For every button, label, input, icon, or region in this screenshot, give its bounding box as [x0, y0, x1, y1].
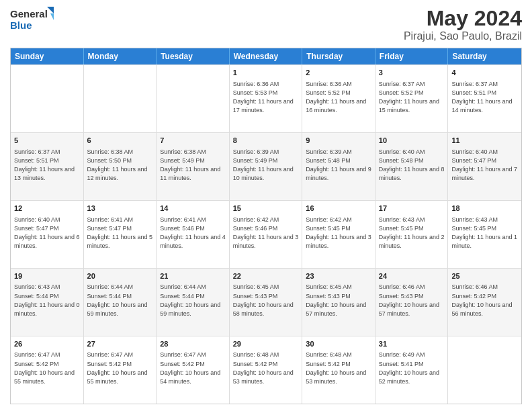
calendar-day-cell: 27Sunrise: 6:47 AM Sunset: 5:42 PM Dayli…	[84, 336, 157, 404]
calendar-day-cell: 11Sunrise: 6:40 AM Sunset: 5:47 PM Dayli…	[448, 133, 521, 200]
day-number: 1	[233, 68, 299, 78]
day-number: 19	[14, 271, 80, 281]
calendar-day-cell: 8Sunrise: 6:39 AM Sunset: 5:49 PM Daylig…	[230, 133, 303, 200]
day-number: 13	[87, 203, 153, 214]
day-number: 7	[160, 136, 226, 146]
calendar-day-cell: 18Sunrise: 6:43 AM Sunset: 5:45 PM Dayli…	[448, 201, 521, 268]
day-number: 30	[306, 339, 371, 349]
cal-header-cell: Saturday	[448, 48, 521, 64]
day-number: 3	[379, 68, 445, 78]
calendar-header-row: SundayMondayTuesdayWednesdayThursdayFrid…	[11, 48, 521, 64]
calendar-day-cell: 6Sunrise: 6:38 AM Sunset: 5:50 PM Daylig…	[84, 133, 157, 200]
svg-text:Blue: Blue	[10, 19, 32, 31]
day-info: Sunrise: 6:37 AM Sunset: 5:51 PM Dayligh…	[451, 80, 518, 115]
day-info: Sunrise: 6:41 AM Sunset: 5:47 PM Dayligh…	[87, 216, 153, 250]
title-block: May 2024 Pirajui, Sao Paulo, Brazil	[404, 7, 522, 42]
day-info: Sunrise: 6:48 AM Sunset: 5:42 PM Dayligh…	[306, 351, 371, 385]
calendar-day-cell: 4Sunrise: 6:37 AM Sunset: 5:51 PM Daylig…	[448, 65, 521, 132]
day-number: 26	[14, 339, 80, 349]
cal-row: 26Sunrise: 6:47 AM Sunset: 5:42 PM Dayli…	[11, 336, 521, 404]
day-info: Sunrise: 6:40 AM Sunset: 5:47 PM Dayligh…	[451, 148, 518, 183]
day-number: 16	[306, 203, 371, 214]
calendar-day-cell: 25Sunrise: 6:46 AM Sunset: 5:42 PM Dayli…	[448, 269, 521, 336]
calendar: SundayMondayTuesdayWednesdayThursdayFrid…	[10, 48, 522, 404]
day-number: 2	[306, 68, 371, 78]
day-info: Sunrise: 6:49 AM Sunset: 5:41 PM Dayligh…	[379, 351, 445, 385]
logo: GeneralBlue	[10, 7, 57, 31]
day-info: Sunrise: 6:36 AM Sunset: 5:53 PM Dayligh…	[233, 80, 299, 115]
calendar-day-cell: 3Sunrise: 6:37 AM Sunset: 5:52 PM Daylig…	[375, 65, 449, 132]
calendar-day-cell: 19Sunrise: 6:43 AM Sunset: 5:44 PM Dayli…	[11, 269, 84, 336]
day-number: 20	[87, 271, 153, 281]
calendar-day-cell: 30Sunrise: 6:48 AM Sunset: 5:42 PM Dayli…	[302, 336, 375, 404]
day-info: Sunrise: 6:39 AM Sunset: 5:48 PM Dayligh…	[306, 148, 371, 183]
day-number: 23	[306, 271, 371, 281]
day-number: 5	[14, 136, 80, 146]
day-number: 21	[160, 271, 226, 281]
day-info: Sunrise: 6:45 AM Sunset: 5:43 PM Dayligh…	[306, 283, 371, 318]
calendar-day-cell: 14Sunrise: 6:41 AM Sunset: 5:46 PM Dayli…	[157, 201, 230, 268]
day-info: Sunrise: 6:48 AM Sunset: 5:42 PM Dayligh…	[233, 351, 299, 385]
day-number: 9	[306, 136, 371, 146]
calendar-day-cell: 31Sunrise: 6:49 AM Sunset: 5:41 PM Dayli…	[375, 336, 449, 404]
day-number: 8	[233, 136, 299, 146]
cal-row: 12Sunrise: 6:40 AM Sunset: 5:47 PM Dayli…	[11, 200, 521, 268]
day-info: Sunrise: 6:42 AM Sunset: 5:46 PM Dayligh…	[233, 216, 299, 250]
day-number: 27	[87, 339, 153, 349]
day-info: Sunrise: 6:47 AM Sunset: 5:42 PM Dayligh…	[14, 351, 80, 385]
page: GeneralBlue May 2024 Pirajui, Sao Paulo,…	[0, 0, 532, 411]
calendar-body: 1Sunrise: 6:36 AM Sunset: 5:53 PM Daylig…	[11, 64, 521, 404]
calendar-day-cell: 2Sunrise: 6:36 AM Sunset: 5:52 PM Daylig…	[302, 65, 375, 132]
day-info: Sunrise: 6:46 AM Sunset: 5:43 PM Dayligh…	[379, 283, 445, 318]
calendar-day-cell: 16Sunrise: 6:42 AM Sunset: 5:45 PM Dayli…	[302, 201, 375, 268]
day-info: Sunrise: 6:37 AM Sunset: 5:51 PM Dayligh…	[14, 148, 80, 183]
day-info: Sunrise: 6:38 AM Sunset: 5:49 PM Dayligh…	[160, 148, 226, 183]
empty-cell	[157, 65, 230, 132]
cal-row: 19Sunrise: 6:43 AM Sunset: 5:44 PM Dayli…	[11, 268, 521, 336]
calendar-day-cell: 5Sunrise: 6:37 AM Sunset: 5:51 PM Daylig…	[11, 133, 84, 200]
day-number: 15	[233, 203, 299, 214]
calendar-day-cell: 24Sunrise: 6:46 AM Sunset: 5:43 PM Dayli…	[375, 269, 449, 336]
day-info: Sunrise: 6:47 AM Sunset: 5:42 PM Dayligh…	[160, 351, 226, 385]
day-info: Sunrise: 6:36 AM Sunset: 5:52 PM Dayligh…	[306, 80, 371, 115]
day-number: 17	[379, 203, 445, 214]
calendar-day-cell: 10Sunrise: 6:40 AM Sunset: 5:48 PM Dayli…	[375, 133, 449, 200]
header: GeneralBlue May 2024 Pirajui, Sao Paulo,…	[10, 7, 522, 42]
svg-text:General: General	[10, 8, 48, 19]
logo-icon: GeneralBlue	[10, 7, 57, 31]
calendar-day-cell: 22Sunrise: 6:45 AM Sunset: 5:43 PM Dayli…	[230, 269, 303, 336]
empty-cell	[448, 336, 521, 404]
calendar-day-cell: 13Sunrise: 6:41 AM Sunset: 5:47 PM Dayli…	[84, 201, 157, 268]
svg-marker-3	[50, 13, 54, 20]
subtitle: Pirajui, Sao Paulo, Brazil	[404, 30, 522, 42]
day-number: 29	[233, 339, 299, 349]
calendar-day-cell: 17Sunrise: 6:43 AM Sunset: 5:45 PM Dayli…	[375, 201, 449, 268]
day-number: 24	[379, 271, 445, 281]
calendar-day-cell: 23Sunrise: 6:45 AM Sunset: 5:43 PM Dayli…	[302, 269, 375, 336]
day-info: Sunrise: 6:38 AM Sunset: 5:50 PM Dayligh…	[87, 148, 153, 183]
cal-row: 5Sunrise: 6:37 AM Sunset: 5:51 PM Daylig…	[11, 132, 521, 200]
day-number: 6	[87, 136, 153, 146]
day-number: 10	[379, 136, 445, 146]
calendar-day-cell: 1Sunrise: 6:36 AM Sunset: 5:53 PM Daylig…	[230, 65, 303, 132]
day-number: 12	[14, 203, 80, 214]
day-number: 4	[451, 68, 518, 78]
cal-header-cell: Monday	[84, 48, 157, 64]
calendar-day-cell: 12Sunrise: 6:40 AM Sunset: 5:47 PM Dayli…	[11, 201, 84, 268]
day-number: 14	[160, 203, 226, 214]
day-number: 25	[451, 271, 518, 281]
day-info: Sunrise: 6:45 AM Sunset: 5:43 PM Dayligh…	[233, 283, 299, 318]
day-info: Sunrise: 6:43 AM Sunset: 5:45 PM Dayligh…	[451, 216, 518, 250]
day-info: Sunrise: 6:40 AM Sunset: 5:47 PM Dayligh…	[14, 216, 80, 250]
day-info: Sunrise: 6:43 AM Sunset: 5:45 PM Dayligh…	[379, 216, 445, 250]
day-number: 22	[233, 271, 299, 281]
calendar-day-cell: 29Sunrise: 6:48 AM Sunset: 5:42 PM Dayli…	[230, 336, 303, 404]
day-info: Sunrise: 6:41 AM Sunset: 5:46 PM Dayligh…	[160, 216, 226, 250]
calendar-day-cell: 15Sunrise: 6:42 AM Sunset: 5:46 PM Dayli…	[230, 201, 303, 268]
day-info: Sunrise: 6:43 AM Sunset: 5:44 PM Dayligh…	[14, 283, 80, 318]
calendar-day-cell: 26Sunrise: 6:47 AM Sunset: 5:42 PM Dayli…	[11, 336, 84, 404]
cal-row: 1Sunrise: 6:36 AM Sunset: 5:53 PM Daylig…	[11, 64, 521, 132]
empty-cell	[11, 65, 84, 132]
day-info: Sunrise: 6:46 AM Sunset: 5:42 PM Dayligh…	[451, 283, 518, 318]
day-info: Sunrise: 6:47 AM Sunset: 5:42 PM Dayligh…	[87, 351, 153, 385]
